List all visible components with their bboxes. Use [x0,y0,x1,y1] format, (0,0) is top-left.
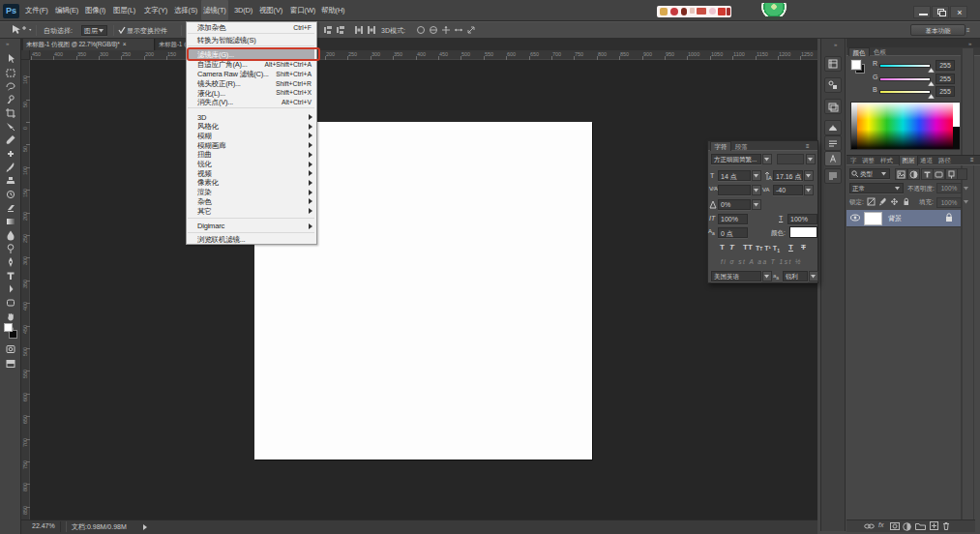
svg-text:A: A [768,175,772,181]
